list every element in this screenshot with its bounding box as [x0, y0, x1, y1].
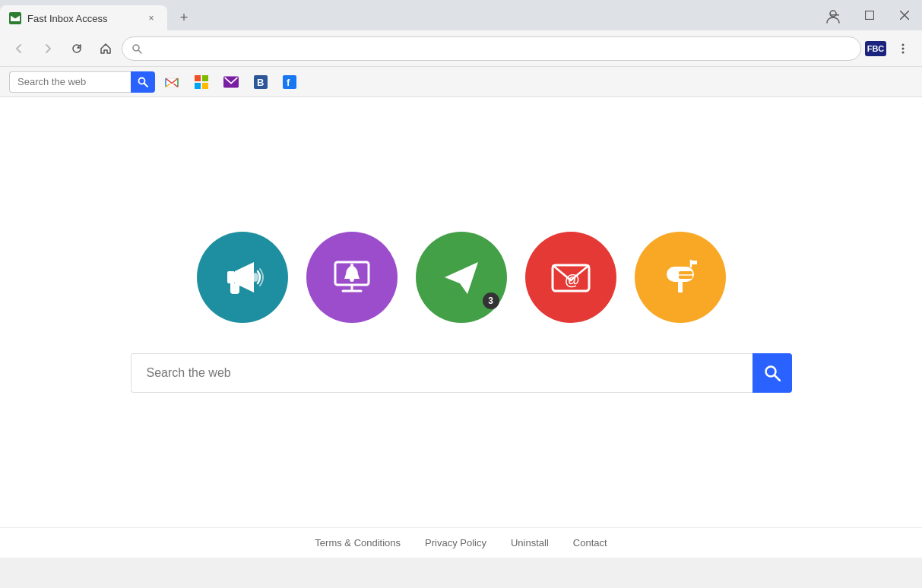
badge-count: 3 [483, 292, 499, 309]
refresh-button[interactable] [64, 36, 90, 62]
svg-line-6 [139, 50, 142, 53]
msn-icon [195, 75, 208, 89]
svg-point-10 [830, 11, 836, 17]
fbc-label: FBC [865, 41, 886, 56]
fbc-extension-icon[interactable]: FBC [864, 37, 887, 60]
account-button[interactable] [820, 3, 846, 29]
center-search [131, 353, 792, 393]
contact-link[interactable]: Contact [573, 537, 607, 548]
bookmark-msn[interactable] [189, 71, 214, 93]
main-content: 3 @ [0, 97, 922, 558]
svg-point-9 [902, 51, 905, 53]
svg-point-8 [902, 47, 905, 49]
svg-point-5 [133, 45, 139, 51]
back-button[interactable] [6, 36, 32, 62]
icons-row: 3 @ [197, 232, 726, 323]
svg-rect-34 [691, 261, 697, 264]
browser-tab[interactable]: Fast Inbox Access × [0, 5, 167, 31]
tab-close-button[interactable]: × [144, 11, 158, 25]
nav-bar: FBC [0, 30, 922, 67]
terms-link[interactable]: Terms & Conditions [315, 537, 401, 548]
browser-menu-button[interactable] [890, 36, 916, 62]
title-bar: Fast Inbox Access × + [0, 0, 922, 30]
bing-icon: B [254, 75, 268, 89]
footer: Terms & Conditions Privacy Policy Uninst… [0, 527, 922, 558]
svg-point-27 [350, 264, 353, 267]
bookmark-mail[interactable] [217, 71, 245, 93]
bookmark-facebook[interactable]: f [277, 71, 303, 93]
monitor-bell-icon-circle[interactable] [306, 232, 398, 323]
more-options-icon [896, 42, 910, 55]
svg-text:@: @ [565, 271, 580, 288]
monitor-bell-svg [329, 254, 375, 300]
account-icon [825, 8, 841, 24]
svg-line-37 [775, 375, 780, 381]
address-bar[interactable] [122, 36, 861, 61]
bookmark-bing[interactable]: B [248, 71, 274, 93]
svg-point-23 [252, 273, 258, 282]
bookmark-search-input[interactable] [9, 71, 131, 93]
close-button[interactable] [887, 0, 922, 30]
center-search-icon [764, 365, 781, 381]
svg-rect-14 [202, 75, 208, 81]
svg-rect-2 [866, 11, 874, 20]
send-badge-icon-circle[interactable]: 3 [416, 232, 507, 323]
svg-rect-16 [202, 83, 208, 89]
center-search-button[interactable] [752, 353, 792, 393]
gmail-icon [164, 76, 179, 88]
address-search-icon [131, 43, 142, 54]
uninstall-link[interactable]: Uninstall [511, 537, 549, 548]
url-input[interactable] [147, 43, 851, 54]
new-tab-button[interactable]: + [173, 7, 195, 28]
center-search-input[interactable] [131, 353, 752, 393]
svg-point-7 [902, 43, 905, 46]
send-svg [439, 254, 484, 300]
megaphone-svg [220, 254, 265, 300]
svg-text:f: f [287, 77, 290, 88]
svg-rect-22 [227, 271, 235, 283]
mailbox-svg [657, 254, 703, 300]
megaphone-icon-circle[interactable] [197, 232, 288, 323]
svg-text:B: B [257, 77, 264, 88]
forward-button[interactable] [35, 36, 61, 62]
new-tab-area: + [167, 5, 922, 30]
email-at-icon-circle[interactable]: @ [525, 232, 616, 323]
maximize-button[interactable] [852, 0, 887, 30]
privacy-link[interactable]: Privacy Policy [425, 537, 486, 548]
mail-icon [223, 76, 239, 88]
bookmark-search[interactable] [9, 71, 155, 93]
svg-rect-13 [195, 75, 201, 81]
bookmark-gmail[interactable] [158, 71, 185, 93]
tab-title: Fast Inbox Access [27, 13, 138, 24]
mailbox-icon-circle[interactable] [635, 232, 726, 323]
email-at-svg: @ [548, 254, 594, 300]
bookmark-search-button[interactable] [131, 71, 155, 93]
tab-favicon-icon [9, 12, 21, 24]
facebook-icon: f [283, 75, 296, 89]
svg-rect-15 [195, 83, 201, 89]
home-button[interactable] [93, 36, 119, 62]
svg-line-12 [144, 83, 148, 87]
bookmarks-bar: B f [0, 67, 922, 97]
